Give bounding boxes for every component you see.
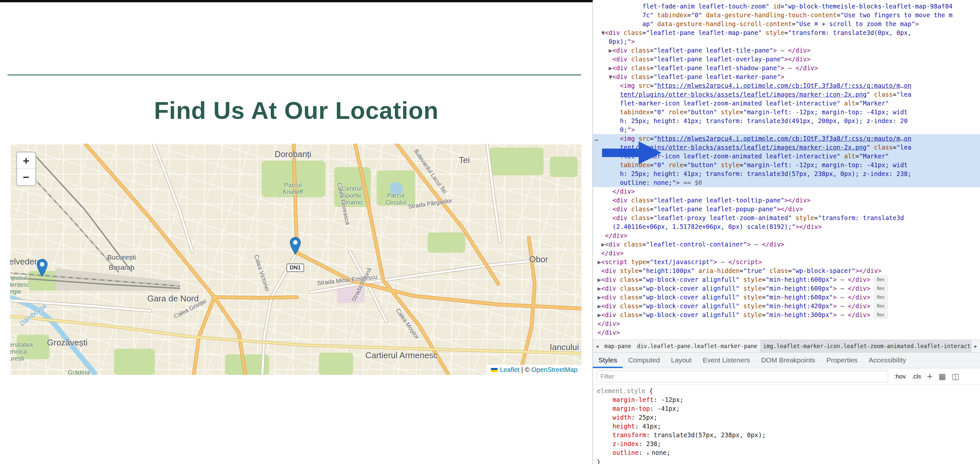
style-property[interactable]: outline: ▶none; — [597, 448, 980, 458]
code-line[interactable]: flet-marker-icon leaflet-zoom-animated l… — [593, 152, 980, 160]
map-labels: DorobanțiTeiOborBelvedereBucureștiBasara… — [10, 144, 581, 375]
open-brace: { — [646, 387, 653, 394]
style-property[interactable]: transform: translate3d(57px, 238px, 0px)… — [597, 431, 980, 440]
breadcrumb: ◀ map-panediv.leaflet-pane.leaflet-marke… — [593, 340, 980, 353]
section-divider — [8, 75, 581, 75]
style-property[interactable]: margin-top: -41px; — [597, 404, 980, 413]
flex-badge[interactable]: flex — [873, 302, 888, 310]
tab-dom-breakpoints[interactable]: DOM Breakpoints — [756, 353, 821, 368]
code-line[interactable]: ▶<div class="wp-block-cover alignfull" s… — [593, 310, 980, 319]
breadcrumb-scroll-left-icon[interactable]: ◀ — [593, 343, 601, 349]
zoom-in-button[interactable]: + — [17, 153, 35, 169]
code-line[interactable]: tent/plugins/otter-blocks/assets/leaflet… — [593, 143, 980, 152]
map-label: Grozăvești — [47, 337, 88, 347]
map-label: Strada Polonă — [350, 267, 373, 303]
code-line[interactable]: 0px);"> — [593, 37, 980, 46]
code-line[interactable]: ▶<div class="wp-block-cover alignfull" s… — [593, 302, 980, 310]
map-marker-icon[interactable] — [290, 237, 301, 256]
breadcrumb-scroll-right-icon[interactable]: ▶ — [972, 343, 980, 349]
leaflet-flag-icon — [491, 368, 498, 372]
site-page: Find Us At Our Location — [0, 0, 593, 464]
style-property[interactable]: z-index: 238; — [597, 440, 980, 448]
elements-tree[interactable]: flet-fade-anim leaflet-touch-zoom" id="w… — [593, 0, 980, 340]
code-line[interactable]: 7c" tabindex="0" data-gesture-handling-t… — [593, 11, 980, 20]
style-props: margin-left: -12px;margin-top: -41px;wid… — [597, 396, 980, 458]
code-line[interactable]: ▶<div class="wp-block-cover alignfull" s… — [593, 284, 980, 293]
zoom-out-button[interactable]: − — [17, 169, 35, 185]
code-line[interactable]: ▶<div class="leaflet-pane leaflet-shadow… — [593, 64, 980, 73]
code-line[interactable]: tabindex="0" role="button" style="margin… — [593, 108, 980, 117]
cover-block-edge — [0, 0, 593, 2]
flex-badge[interactable]: flex — [873, 276, 888, 283]
code-line[interactable]: </div> — [593, 187, 980, 196]
style-selector[interactable]: element.style — [597, 387, 646, 394]
flex-badge[interactable]: flex — [873, 293, 888, 301]
breadcrumb-item[interactable]: img.leaflet-marker-icon.leaflet-zoom-ani… — [760, 340, 972, 352]
code-line[interactable]: ▶<div class="wp-block-cover alignfull" s… — [593, 275, 980, 284]
code-line[interactable]: outline: none;"> == $0 — [593, 178, 980, 187]
code-line[interactable]: ▶<script type="text/javascript"> ⋯ </scr… — [593, 257, 980, 267]
code-line[interactable]: h: 25px; height: 41px; transform: transl… — [593, 170, 980, 178]
code-line[interactable]: <div style="height:100px" aria-hidden="t… — [593, 267, 980, 275]
map-label: Bulevardul Lacul Tei — [412, 148, 448, 195]
tab-properties[interactable]: Properties — [821, 353, 863, 368]
code-line[interactable]: ▶<div class="leaflet-control-container">… — [593, 240, 980, 249]
code-line[interactable]: flet-marker-icon leaflet-zoom-animated l… — [593, 99, 980, 108]
leaflet-map[interactable]: DorobanțiTeiOborBelvedereBucureștiBasara… — [10, 144, 581, 375]
map-label: Parcul Kiseleff — [279, 182, 307, 195]
grid-icon[interactable]: ▦ — [939, 372, 946, 381]
flex-badge[interactable]: flex — [873, 284, 888, 292]
code-line[interactable]: ▶<div class="wp-block-cover alignfull" s… — [593, 293, 980, 302]
code-line[interactable]: ▼<div class="leaflet-pane leaflet-marker… — [593, 73, 980, 81]
tab-event-listeners[interactable]: Event Listeners — [697, 353, 756, 368]
code-line[interactable]: ap" data-gesture-handling-scroll-content… — [593, 20, 980, 29]
style-property[interactable]: width: 25px; — [597, 413, 980, 422]
breadcrumb-item[interactable]: map-pane — [601, 340, 634, 352]
map-label: Strada Pârgarilor — [408, 197, 453, 210]
leaflet-link[interactable]: Leaflet — [500, 366, 519, 373]
style-property[interactable]: margin-left: -12px; — [597, 396, 980, 404]
tab-styles[interactable]: Styles — [593, 353, 623, 368]
devtools-panel: flet-fade-anim leaflet-touch-zoom" id="w… — [593, 0, 980, 464]
close-brace: } — [597, 458, 980, 464]
screenshot-root: Find Us At Our Location — [0, 0, 980, 464]
new-style-rule-button[interactable]: + — [927, 372, 932, 381]
tab-computed[interactable]: Computed — [623, 353, 665, 368]
code-line[interactable]: </div> — [593, 231, 980, 240]
map-label: Obor — [529, 254, 548, 264]
code-line[interactable]: flet-fade-anim leaflet-touch-zoom" id="w… — [593, 2, 980, 11]
map-label: Grădina — [68, 369, 90, 375]
element-classes-button[interactable]: .cls — [912, 373, 921, 380]
code-line[interactable]: tabindex="0" role="button" style="margin… — [593, 160, 980, 170]
code-line[interactable]: <div class="leaflet-pane leaflet-tooltip… — [593, 196, 980, 205]
code-line[interactable]: tent/plugins/otter-blocks/assets/leaflet… — [593, 90, 980, 99]
expand-shorthand-icon[interactable]: ▶ — [647, 451, 650, 456]
code-line[interactable]: </div> — [593, 328, 980, 337]
map-label: Cartierul Armenesc — [366, 350, 438, 360]
breadcrumb-item[interactable]: div.leaflet-pane.leaflet-marker-pane — [634, 340, 760, 352]
code-line[interactable]: <div class="leaflet-pane leaflet-popup-p… — [593, 205, 980, 213]
code-line[interactable]: ▶<div class="leaflet-pane leaflet-tile-p… — [593, 46, 980, 55]
panel-layout-icon[interactable]: ◫ — [952, 372, 959, 381]
tab-layout[interactable]: Layout — [665, 353, 697, 368]
code-line[interactable]: </div> — [593, 319, 980, 328]
code-line[interactable]: <div class="leaflet-pane leaflet-overlay… — [593, 55, 980, 64]
style-property[interactable]: height: 41px; — [597, 422, 980, 431]
toggle-element-state-button[interactable]: :hov — [894, 373, 906, 380]
code-line[interactable]: h: 25px; height: 41px; transform: transl… — [593, 117, 980, 126]
styles-filter-input[interactable] — [597, 370, 888, 382]
map-marker-icon[interactable] — [37, 259, 48, 278]
map-label: Calea Moșilor — [394, 307, 420, 340]
map-label: Dâmbovița — [18, 302, 48, 327]
code-line[interactable]: <img src="https://mlwes2arpcu4.i.optimol… — [593, 81, 980, 90]
code-line[interactable]: 0;"> — [593, 126, 980, 134]
overflow-menu-icon[interactable]: … — [595, 134, 599, 143]
flex-badge[interactable]: flex — [873, 311, 888, 319]
code-line[interactable]: (2.40116e+06px, 1.51782e+06px, 0px) scal… — [593, 222, 980, 231]
code-line[interactable]: </div> — [593, 249, 980, 257]
code-line[interactable]: …<img src="https://mlwes2arpcu4.i.optimo… — [593, 134, 980, 143]
osm-link[interactable]: OpenStreetMap — [531, 366, 578, 373]
code-line[interactable]: <div class="leaflet-proxy leaflet-zoom-a… — [593, 213, 980, 222]
code-line[interactable]: ▼<div class="leaflet-pane leaflet-map-pa… — [593, 29, 980, 37]
tab-accessibility[interactable]: Accessibility — [863, 353, 912, 368]
